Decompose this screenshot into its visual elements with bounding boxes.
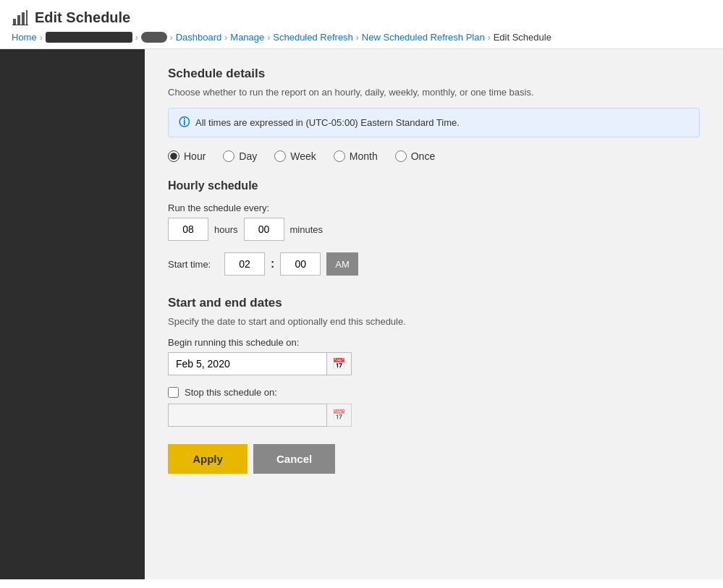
hours-unit: hours <box>214 224 238 235</box>
start-time-label: Start time: <box>168 259 219 270</box>
hours-input[interactable] <box>168 218 208 241</box>
start-hour-input[interactable] <box>224 252 265 276</box>
svg-rect-2 <box>22 12 25 25</box>
radio-hour[interactable]: Hour <box>168 150 206 162</box>
breadcrumb-sep-2: › <box>135 33 138 43</box>
info-icon: ⓘ <box>179 116 190 129</box>
breadcrumb-manage[interactable]: Manage <box>230 32 264 43</box>
sidebar <box>0 49 145 579</box>
schedule-details-section: Schedule details Choose whether to run t… <box>168 67 700 162</box>
radio-month-label: Month <box>350 150 378 162</box>
page-title-text: Edit Schedule <box>35 9 130 26</box>
stop-checkbox-row: Stop this schedule on: <box>168 387 700 398</box>
radio-day[interactable]: Day <box>223 150 257 162</box>
breadcrumb-new-plan[interactable]: New Scheduled Refresh Plan <box>362 32 485 43</box>
begin-label: Begin running this schedule on: <box>168 337 700 348</box>
radio-once-input[interactable] <box>395 150 407 162</box>
breadcrumb-home[interactable]: Home <box>12 32 37 43</box>
svg-rect-1 <box>17 15 20 25</box>
radio-day-input[interactable] <box>223 150 234 162</box>
calendar-icon: 📅 <box>332 357 346 370</box>
stop-calendar-button[interactable]: 📅 <box>327 404 352 427</box>
breadcrumb-sep-6: › <box>356 33 359 43</box>
breadcrumb-sep-7: › <box>488 33 491 43</box>
begin-date-row: 📅 <box>168 352 700 375</box>
schedule-details-title: Schedule details <box>168 67 700 81</box>
hourly-schedule-section: Hourly schedule Run the schedule every: … <box>168 179 700 276</box>
radio-hour-input[interactable] <box>168 150 179 162</box>
breadcrumb-pill <box>141 32 167 43</box>
radio-week-label: Week <box>290 150 316 162</box>
svg-rect-0 <box>13 19 16 25</box>
stop-calendar-icon: 📅 <box>332 409 346 422</box>
breadcrumb-scheduled-refresh[interactable]: Scheduled Refresh <box>273 32 353 43</box>
minutes-input[interactable] <box>244 218 284 241</box>
radio-month[interactable]: Month <box>334 150 378 162</box>
radio-once[interactable]: Once <box>395 150 435 162</box>
start-end-title: Start and end dates <box>168 296 700 310</box>
run-every-label: Run the schedule every: <box>168 203 700 213</box>
radio-once-label: Once <box>411 150 435 162</box>
content-area: Schedule details Choose whether to run t… <box>145 49 723 579</box>
radio-day-label: Day <box>239 150 257 162</box>
minutes-unit: minutes <box>290 224 324 235</box>
radio-hour-label: Hour <box>184 150 206 162</box>
frequency-radio-group: Hour Day Week Month Once <box>168 150 700 162</box>
radio-month-input[interactable] <box>334 150 345 162</box>
header: Edit Schedule Home › › › Dashboard › Man… <box>0 0 723 49</box>
am-pm-button[interactable]: AM <box>326 252 358 276</box>
breadcrumb: Home › › › Dashboard › Manage › Schedule… <box>12 32 711 43</box>
schedule-details-desc: Choose whether to run the report on an h… <box>168 87 700 98</box>
start-minute-input[interactable] <box>280 252 321 276</box>
breadcrumb-sep-3: › <box>170 33 173 43</box>
radio-week-input[interactable] <box>274 150 286 162</box>
breadcrumb-sep-5: › <box>267 33 270 43</box>
stop-checkbox[interactable] <box>168 387 179 398</box>
start-time-row: Start time: : AM <box>168 252 700 276</box>
start-end-dates-section: Start and end dates Specify the date to … <box>168 296 700 427</box>
stop-checkbox-label: Stop this schedule on: <box>185 387 277 398</box>
action-buttons: Apply Cancel <box>168 444 700 474</box>
begin-calendar-button[interactable]: 📅 <box>327 352 352 375</box>
hourly-schedule-title: Hourly schedule <box>168 179 700 192</box>
cancel-button[interactable]: Cancel <box>253 444 335 474</box>
timezone-info-box: ⓘ All times are expressed in (UTC-05:00)… <box>168 108 700 137</box>
breadcrumb-sep-4: › <box>224 33 227 43</box>
main-layout: Schedule details Choose whether to run t… <box>0 49 723 579</box>
breadcrumb-redacted-1 <box>46 32 132 43</box>
radio-week[interactable]: Week <box>274 150 316 162</box>
chart-icon <box>12 9 29 26</box>
stop-date-row: 📅 <box>168 404 700 427</box>
timezone-info-text: All times are expressed in (UTC-05:00) E… <box>195 117 460 128</box>
breadcrumb-dashboard[interactable]: Dashboard <box>176 32 222 43</box>
start-end-desc: Specify the date to start and optionally… <box>168 316 700 327</box>
begin-date-input[interactable] <box>168 352 327 375</box>
run-every-row: hours minutes <box>168 218 700 241</box>
svg-rect-3 <box>26 10 28 25</box>
breadcrumb-current: Edit Schedule <box>494 32 551 43</box>
stop-date-input[interactable] <box>168 404 327 427</box>
svg-rect-4 <box>12 25 28 25</box>
page-title: Edit Schedule <box>12 9 711 26</box>
apply-button[interactable]: Apply <box>168 444 248 474</box>
time-colon: : <box>271 257 274 270</box>
breadcrumb-sep-1: › <box>40 33 43 43</box>
